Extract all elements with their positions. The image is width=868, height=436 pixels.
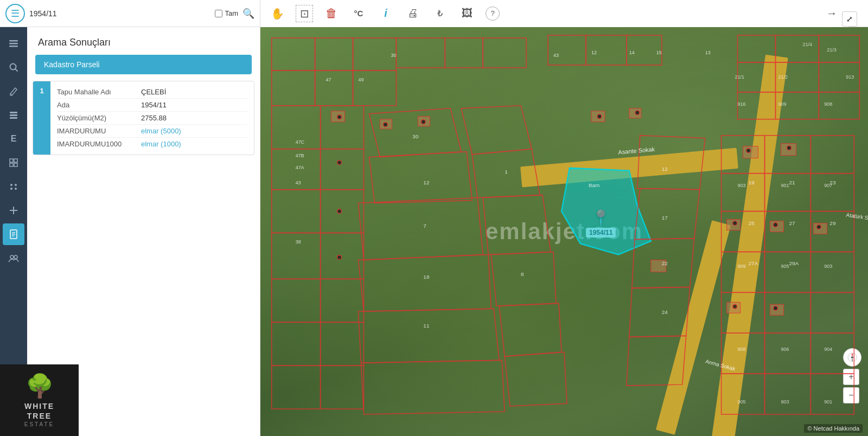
result-type-button[interactable]: Kadastro Parseli: [35, 55, 252, 74]
search-button[interactable]: 🔍: [242, 8, 254, 20]
cursor-tool-icon[interactable]: ✋: [269, 5, 286, 22]
svg-rect-51: [272, 190, 321, 233]
tam-checkbox[interactable]: [215, 10, 222, 17]
svg-text:916: 916: [738, 101, 746, 107]
svg-rect-84: [810, 252, 854, 292]
svg-point-14: [15, 184, 17, 186]
parcels-svg: Asante Sokak Atatürk Sokak Anma Sokak 30…: [260, 27, 868, 436]
svg-text:Bam: Bam: [589, 182, 600, 188]
expand-arrow-icon[interactable]: →: [823, 5, 840, 22]
result-number: 1: [33, 81, 50, 155]
svg-rect-12: [14, 163, 17, 166]
svg-text:18: 18: [423, 274, 430, 280]
svg-rect-76: [722, 174, 765, 211]
svg-rect-30: [445, 38, 483, 68]
svg-text:47B: 47B: [296, 153, 304, 158]
svg-point-23: [10, 255, 14, 259]
svg-marker-70: [499, 303, 561, 356]
svg-point-119: [635, 111, 640, 115]
sidebar-task[interactable]: [3, 223, 24, 245]
svg-rect-31: [483, 38, 526, 68]
svg-point-125: [733, 304, 737, 309]
logo-tree-icon: 🌳: [25, 373, 54, 399]
svg-point-118: [597, 114, 602, 119]
svg-rect-58: [321, 322, 364, 366]
svg-marker-71: [361, 360, 505, 414]
svg-marker-63: [369, 152, 472, 203]
sidebar-group[interactable]: [3, 247, 24, 269]
svg-text:21/2: 21/2: [778, 74, 787, 80]
svg-text:Anma Sokak: Anma Sokak: [705, 358, 736, 371]
svg-text:43: 43: [296, 180, 301, 185]
table-row: Ada 1954/11: [57, 99, 247, 112]
svg-rect-10: [14, 159, 17, 162]
sidebar-search[interactable]: [3, 56, 24, 78]
svg-text:47: 47: [326, 77, 331, 82]
svg-text:15: 15: [656, 50, 662, 55]
search-section: ☰ Tam 🔍: [0, 0, 260, 27]
svg-rect-38: [738, 35, 776, 62]
svg-rect-104: [743, 146, 758, 158]
svg-text:12: 12: [423, 179, 430, 185]
svg-rect-1: [9, 43, 18, 44]
svg-marker-65: [359, 198, 483, 260]
svg-line-5: [10, 95, 12, 95]
sidebar-layers[interactable]: [3, 33, 24, 54]
field-value-4[interactable]: elmar (1000): [141, 140, 181, 148]
svg-rect-89: [765, 333, 811, 374]
svg-rect-92: [765, 374, 811, 414]
svg-point-121: [787, 146, 791, 150]
help-tool-icon[interactable]: ?: [486, 7, 500, 21]
tam-label: Tam: [215, 9, 238, 17]
image-tool-icon[interactable]: 🖼: [458, 5, 476, 22]
svg-text:21/1: 21/1: [735, 74, 744, 80]
svg-line-4: [15, 69, 17, 71]
search-input[interactable]: [29, 9, 210, 18]
temperature-tool-icon[interactable]: °C: [350, 5, 367, 22]
sidebar-draw[interactable]: [3, 80, 24, 102]
sidebar-e[interactable]: E: [3, 128, 24, 150]
svg-rect-40: [819, 35, 859, 62]
svg-rect-60: [321, 366, 364, 409]
sidebar-dots[interactable]: [3, 176, 24, 197]
result-item: 1 Tapu Mahalle Adı ÇELEBİ Ada 1954/11 Yü…: [33, 81, 254, 155]
svg-text:49: 49: [359, 77, 364, 82]
svg-text:11: 11: [423, 323, 430, 329]
table-row: IMARDURUMU elmar (5000): [57, 125, 247, 138]
svg-text:Atatürk Sokak: Atatürk Sokak: [846, 212, 868, 223]
map-area[interactable]: Asante Sokak Atatürk Sokak Anma Sokak 30…: [260, 27, 868, 436]
print-tool-icon[interactable]: 🖨: [404, 5, 422, 22]
sidebar-list[interactable]: [3, 104, 24, 126]
info-tool-icon[interactable]: i: [377, 5, 394, 22]
svg-rect-83: [765, 252, 811, 292]
svg-text:38: 38: [296, 239, 301, 245]
sidebar-grid[interactable]: [3, 152, 24, 174]
svg-text:12: 12: [662, 166, 668, 172]
svg-text:905: 905: [781, 264, 789, 269]
logo-tree-text: TREE: [27, 411, 52, 421]
main-content: E: [0, 27, 868, 436]
sidebar-plus-cross[interactable]: [3, 200, 24, 221]
field-value-2: 2755.88: [141, 114, 167, 122]
svg-rect-34: [353, 70, 397, 106]
svg-point-117: [337, 255, 342, 259]
table-row: Yüzölçümü(M2) 2755.88: [57, 112, 247, 125]
svg-text:19: 19: [749, 179, 755, 185]
field-value-1: 1954/11: [141, 101, 167, 109]
svg-text:43: 43: [553, 53, 559, 58]
menu-button[interactable]: ☰: [5, 4, 25, 23]
field-value-3[interactable]: elmar (5000): [141, 127, 181, 135]
select-tool-icon[interactable]: ⊡: [296, 5, 313, 22]
delete-tool-icon[interactable]: 🗑: [323, 5, 340, 22]
svg-marker-68: [491, 252, 556, 306]
svg-marker-97: [629, 287, 690, 337]
top-toolbar: ☰ Tam 🔍 ✋ ⊡ 🗑 °C i 🖨 ₺ 🖼 ? → ⤢: [0, 0, 868, 27]
svg-point-120: [746, 149, 751, 153]
currency-tool-icon[interactable]: ₺: [431, 5, 449, 22]
svg-text:1: 1: [505, 169, 508, 175]
svg-point-24: [14, 255, 17, 259]
svg-text:903: 903: [824, 264, 832, 269]
svg-marker-98: [627, 336, 686, 386]
fullscreen-button[interactable]: ⤢: [842, 11, 857, 27]
svg-marker-67: [359, 254, 492, 311]
